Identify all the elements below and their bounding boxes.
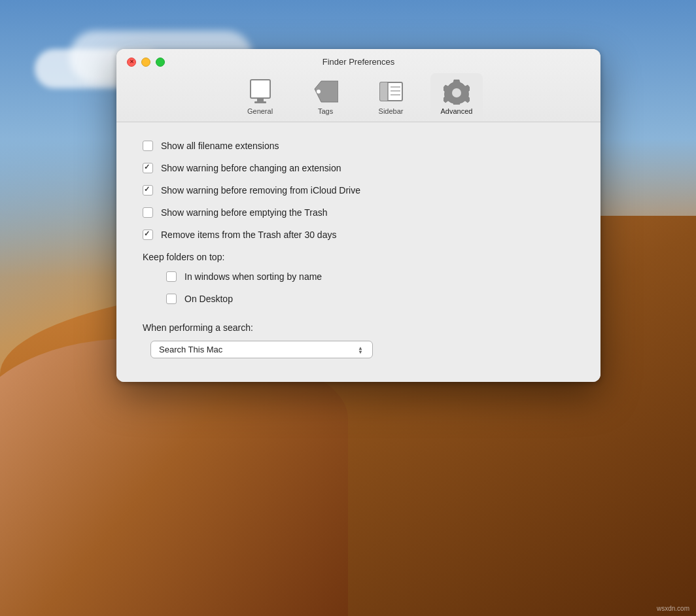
search-section: When performing a search: Search This Ma… <box>143 322 574 358</box>
remove-trash-checkbox[interactable] <box>143 230 153 240</box>
keep-folders-section: In windows when sorting by name On Deskt… <box>166 271 574 304</box>
general-icon <box>247 78 273 105</box>
checkbox-row-warn-icloud: Show warning before removing from iCloud… <box>143 185 574 196</box>
tab-advanced-label: Advanced <box>441 107 473 115</box>
svg-rect-0 <box>251 80 270 98</box>
close-button[interactable] <box>127 58 136 67</box>
checkbox-row-show-extensions: Show all filename extensions <box>143 141 574 151</box>
svg-rect-2 <box>254 101 266 103</box>
checkbox-row-remove-trash: Remove items from the Trash after 30 day… <box>143 230 574 240</box>
show-extensions-label[interactable]: Show all filename extensions <box>161 141 279 151</box>
remove-trash-label[interactable]: Remove items from the Trash after 30 day… <box>161 230 336 240</box>
tab-sidebar-label: Sidebar <box>379 107 404 115</box>
advanced-icon <box>444 78 470 105</box>
checkbox-row-warn-extension: Show warning before changing an extensio… <box>143 163 574 173</box>
advanced-content: Show all filename extensions Show warnin… <box>116 122 600 382</box>
finder-preferences-window: Finder Preferences General <box>116 49 600 382</box>
warn-extension-checkbox[interactable] <box>143 163 153 173</box>
keep-desktop-label[interactable]: On Desktop <box>184 294 233 304</box>
tab-general[interactable]: General <box>234 73 287 122</box>
keep-windows-checkbox[interactable] <box>166 271 177 282</box>
warn-trash-label[interactable]: Show warning before emptying the Trash <box>161 207 327 218</box>
warn-extension-label[interactable]: Show warning before changing an extensio… <box>161 163 341 173</box>
checkbox-row-keep-windows: In windows when sorting by name <box>166 271 574 282</box>
warn-icloud-label[interactable]: Show warning before removing from iCloud… <box>161 185 360 196</box>
tags-icon <box>313 78 339 105</box>
sidebar-icon <box>378 78 404 105</box>
minimize-button[interactable] <box>141 58 150 67</box>
svg-point-3 <box>317 90 321 94</box>
svg-rect-5 <box>380 82 388 101</box>
keep-windows-label[interactable]: In windows when sorting by name <box>184 271 322 282</box>
keep-desktop-checkbox[interactable] <box>166 294 177 304</box>
search-dropdown[interactable]: Search This Mac Search the Current Folde… <box>150 341 373 358</box>
window-controls <box>127 58 165 67</box>
keep-folders-label: Keep folders on top: <box>143 252 574 262</box>
svg-point-10 <box>452 88 461 97</box>
tab-bar: General Tags <box>127 73 590 122</box>
maximize-button[interactable] <box>156 58 165 67</box>
watermark: wsxdn.com <box>657 605 689 612</box>
tab-advanced[interactable]: Advanced <box>430 73 483 122</box>
checkbox-row-keep-desktop: On Desktop <box>166 294 574 304</box>
title-bar: Finder Preferences General <box>116 49 600 122</box>
warn-icloud-checkbox[interactable] <box>143 185 153 196</box>
tab-general-label: General <box>247 107 273 115</box>
search-dropdown-container: Search This Mac Search the Current Folde… <box>150 341 574 358</box>
checkbox-row-warn-trash: Show warning before emptying the Trash <box>143 207 574 218</box>
show-extensions-checkbox[interactable] <box>143 141 153 151</box>
tab-tags-label: Tags <box>318 107 333 115</box>
warn-trash-checkbox[interactable] <box>143 207 153 218</box>
window-title: Finder Preferences <box>127 57 590 67</box>
tab-sidebar[interactable]: Sidebar <box>365 73 417 122</box>
title-bar-top: Finder Preferences <box>127 57 590 67</box>
search-section-label: When performing a search: <box>143 322 574 333</box>
svg-rect-1 <box>257 98 264 101</box>
tab-tags[interactable]: Tags <box>300 73 352 122</box>
